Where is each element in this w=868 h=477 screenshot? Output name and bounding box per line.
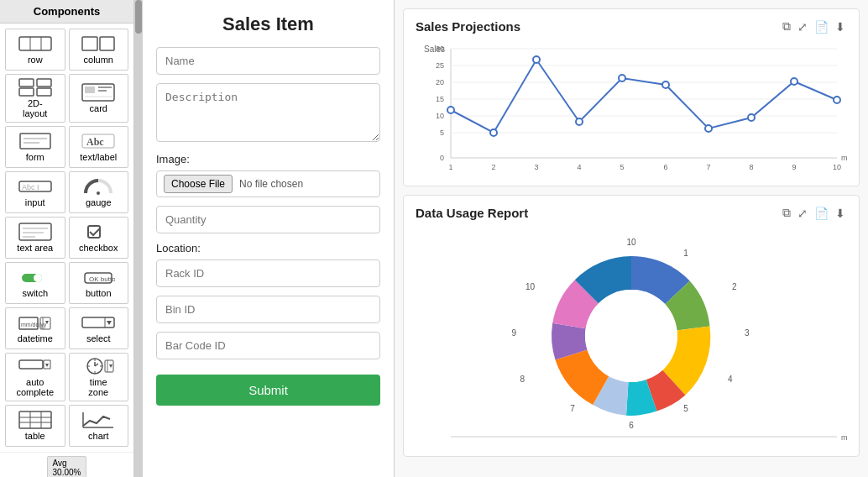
sidebar-item-button[interactable]: OK button button <box>69 262 129 304</box>
sidebar-item-autocomplete[interactable]: autocomplete <box>5 353 65 401</box>
donut-chart-svg: 10 1 2 3 4 5 6 7 8 9 10 month <box>416 227 847 445</box>
line-chart-card: Sales Projections ⧉ ⤢ 📄 ⬇ Sales <box>403 8 860 186</box>
sidebar-item-table[interactable]: table <box>5 405 65 447</box>
svg-point-86 <box>490 129 497 136</box>
sidebar-item-form[interactable]: form <box>5 126 65 168</box>
svg-marker-41 <box>45 364 49 367</box>
column-icon <box>81 34 115 53</box>
sidebar-scrollbar[interactable] <box>134 0 143 477</box>
autocomplete-icon <box>18 357 52 375</box>
chart-icon <box>81 411 115 429</box>
svg-text:10: 10 <box>526 282 536 291</box>
donut-label-7: 7 <box>570 404 575 413</box>
svg-text:month: month <box>841 154 847 162</box>
sidebar-item-textlabel-label: text/label <box>80 152 117 162</box>
donut-label-2: 2 <box>732 282 737 291</box>
description-textarea[interactable] <box>156 83 380 142</box>
donut-label-3: 3 <box>745 328 750 338</box>
svg-point-95 <box>585 290 677 382</box>
charts-area: Sales Projections ⧉ ⤢ 📄 ⬇ Sales <box>395 0 868 477</box>
sidebar-title: Components <box>0 0 133 24</box>
bin-id-input[interactable] <box>156 296 380 323</box>
svg-text:8: 8 <box>749 163 753 171</box>
line-chart-download-btn[interactable]: ⬇ <box>834 18 847 35</box>
quantity-input[interactable] <box>156 206 380 233</box>
sidebar-item-input-label: input <box>25 197 45 207</box>
sidebar-item-textlabel[interactable]: Abc text/label <box>69 126 129 168</box>
form-panel: Sales Item Image: Choose File No file ch… <box>143 0 395 477</box>
sidebar-item-table-label: table <box>25 431 45 441</box>
sidebar-item-select[interactable]: select <box>69 307 129 349</box>
sidebar-item-autocomplete-label: autocomplete <box>16 377 54 397</box>
form-title: Sales Item <box>156 13 380 35</box>
sidebar-item-select-label: select <box>86 333 111 343</box>
svg-text:4: 4 <box>577 163 581 171</box>
sidebar-item-switch-label: switch <box>22 288 48 298</box>
donut-chart-actions: ⧉ ⤢ 📄 ⬇ <box>781 204 847 222</box>
svg-text:7: 7 <box>706 163 710 171</box>
svg-rect-10 <box>85 86 95 93</box>
svg-rect-14 <box>20 134 50 149</box>
sidebar-item-switch[interactable]: switch <box>5 262 65 304</box>
sidebar-item-gauge[interactable]: gauge <box>69 171 129 213</box>
sidebar-item-column[interactable]: column <box>69 29 129 71</box>
sidebar-item-input[interactable]: Abc I input <box>5 171 65 213</box>
sidebar-item-2dlayout[interactable]: 2D-layout <box>5 74 65 123</box>
donut-chart-header: Data Usage Report ⧉ ⤢ 📄 ⬇ <box>416 204 847 222</box>
svg-rect-6 <box>37 79 51 86</box>
line-chart-expand-btn[interactable]: ⤢ <box>796 18 809 35</box>
switch-icon <box>18 268 52 286</box>
name-input[interactable] <box>156 47 380 75</box>
sidebar-item-2dlayout-label: 2D-layout <box>23 98 47 118</box>
select-icon <box>81 313 115 332</box>
sidebar-item-checkbox-label: checkbox <box>79 243 118 253</box>
barcode-input[interactable] <box>156 332 380 359</box>
svg-rect-0 <box>19 37 51 50</box>
svg-rect-3 <box>82 37 97 50</box>
svg-text:Abc: Abc <box>86 136 104 148</box>
sidebar-item-datetime[interactable]: mm/dd/yy datetime <box>5 307 65 349</box>
sidebar-content: row column 2D-layout ca <box>0 24 133 477</box>
svg-text:6: 6 <box>663 163 667 171</box>
choose-file-button[interactable]: Choose File <box>164 175 233 193</box>
svg-rect-5 <box>19 79 34 86</box>
sidebar-item-checkbox[interactable]: checkbox <box>69 217 129 259</box>
svg-point-94 <box>834 97 840 103</box>
sidebar-item-textarea[interactable]: text area <box>5 217 65 259</box>
svg-text:5: 5 <box>440 128 444 137</box>
donut-chart-title: Data Usage Report <box>416 206 528 220</box>
rack-id-input[interactable] <box>156 259 380 287</box>
svg-rect-39 <box>19 360 43 369</box>
2dlayout-icon <box>18 78 52 97</box>
scroll-thumb <box>135 0 142 34</box>
sidebar-item-timezone[interactable]: timezone <box>69 353 129 401</box>
sidebar-item-textarea-label: text area <box>17 243 53 253</box>
svg-text:30: 30 <box>436 45 444 53</box>
submit-button[interactable]: Submit <box>156 375 380 406</box>
donut-chart-copy-btn[interactable]: ⧉ <box>781 204 792 222</box>
donut-chart-expand-btn[interactable]: ⤢ <box>796 204 809 222</box>
svg-point-92 <box>748 114 755 121</box>
svg-rect-4 <box>100 37 114 50</box>
line-chart-copy-btn[interactable]: ⧉ <box>781 18 792 35</box>
line-chart-file-btn[interactable]: 📄 <box>813 18 830 35</box>
svg-point-87 <box>533 56 540 63</box>
button-icon: OK button <box>81 268 115 286</box>
no-file-text: No file chosen <box>239 178 303 190</box>
donut-chart-file-btn[interactable]: 📄 <box>813 204 830 222</box>
svg-text:9: 9 <box>792 163 796 171</box>
svg-text:20: 20 <box>436 78 444 86</box>
sidebar-item-chart[interactable]: chart <box>69 405 129 447</box>
svg-marker-37 <box>107 321 112 325</box>
sidebar-item-row[interactable]: row <box>5 29 65 71</box>
svg-rect-22 <box>19 223 51 240</box>
sidebar-item-row-label: row <box>28 55 43 65</box>
svg-text:2: 2 <box>491 163 495 171</box>
sidebar-item-column-label: column <box>84 55 113 65</box>
svg-text:25: 25 <box>436 61 444 70</box>
sidebar-item-card[interactable]: card <box>69 74 129 123</box>
donut-chart-download-btn[interactable]: ⬇ <box>834 204 847 222</box>
svg-text:0: 0 <box>440 154 444 162</box>
sidebar-item-datetime-label: datetime <box>18 333 53 343</box>
avg-badge: Avg30.00% <box>47 456 87 477</box>
